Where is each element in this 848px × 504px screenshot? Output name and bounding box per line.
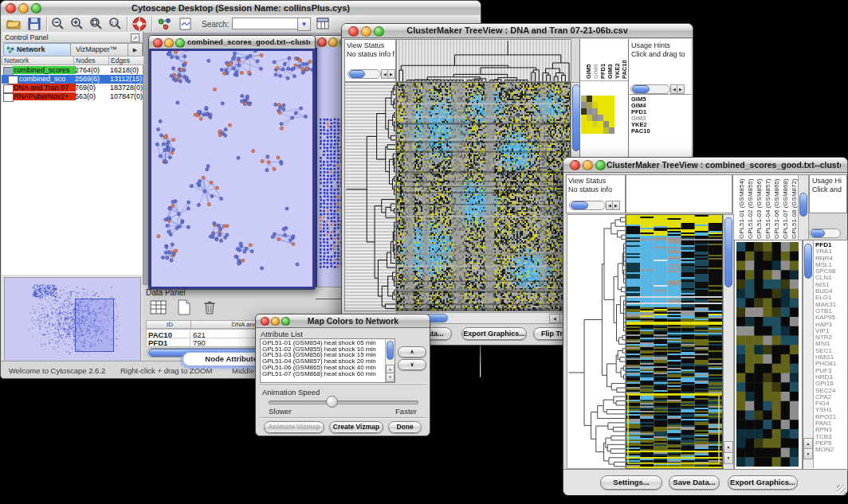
matrix-cell[interactable] <box>592 108 598 115</box>
scroll-right-icon[interactable]: ▶ <box>612 201 620 210</box>
export-graphics-button[interactable]: Export Graphics... <box>728 475 798 490</box>
minimize-icon[interactable] <box>583 160 593 170</box>
hints-scrollbar[interactable] <box>809 229 841 238</box>
float-panel-icon[interactable]: ↗ <box>131 33 139 42</box>
speed-slider-track[interactable] <box>269 400 418 404</box>
close-icon[interactable] <box>6 3 16 14</box>
dialog-titlebar[interactable]: Map Colors to Network <box>256 315 430 328</box>
tab-overflow-button[interactable]: ▶ <box>128 43 143 57</box>
column-label[interactable]: PFD1 <box>599 64 607 79</box>
scroll-right-icon[interactable]: ▶ <box>677 84 685 94</box>
matrix-cell[interactable] <box>603 121 609 127</box>
gene-dendrogram[interactable] <box>567 214 626 469</box>
matrix-cell[interactable] <box>581 127 587 134</box>
move-down-button[interactable]: ∨ <box>398 359 426 370</box>
zoom-selected-icon[interactable] <box>88 17 104 31</box>
matrix-cell[interactable] <box>609 96 614 102</box>
column-label[interactable]: GPL51-06 (GSM865) <box>773 178 780 239</box>
save-data-button[interactable]: Save Data... <box>669 475 720 490</box>
minimize-icon[interactable] <box>328 37 338 47</box>
gene-dendrogram[interactable] <box>344 82 396 311</box>
zoom-in-icon[interactable] <box>69 17 85 31</box>
matrix-cell[interactable] <box>598 108 603 115</box>
network-overview-panel[interactable] <box>4 277 141 361</box>
network-row[interactable]: RNAPuberNov2+ 563(0) 107847(0) <box>2 92 143 101</box>
gene-label[interactable]: MON2 <box>815 447 846 453</box>
matrix-cell[interactable] <box>592 96 598 102</box>
col-header-edges[interactable]: Edges <box>108 56 144 65</box>
matrix-cell[interactable] <box>609 115 614 121</box>
search-dropdown-icon[interactable]: ▼ <box>297 18 311 31</box>
matrix-cell[interactable] <box>598 115 603 121</box>
col-header-nodes[interactable]: Nodes <box>73 56 110 65</box>
column-label[interactable]: GPL51-08 (GSM872) <box>791 178 798 239</box>
tab-network[interactable]: Network <box>3 43 72 57</box>
matrix-cell[interactable] <box>609 127 614 134</box>
zoom-window-icon[interactable] <box>175 38 185 48</box>
matrix-cell[interactable] <box>603 127 609 134</box>
matrix-cell[interactable] <box>581 102 587 108</box>
scrollbar-thumb[interactable] <box>632 85 650 93</box>
scrollbar-thumb[interactable] <box>349 70 365 78</box>
minimize-icon[interactable] <box>271 317 280 326</box>
export-graphics-button[interactable]: Export Graphics... <box>461 327 527 340</box>
scrollbar-thumb[interactable] <box>571 201 588 209</box>
tab-vizmapper[interactable]: VizMapper™ <box>70 43 129 57</box>
matrix-cell[interactable] <box>592 121 598 127</box>
zoom-window-icon[interactable] <box>31 3 41 14</box>
table-icon[interactable] <box>149 299 168 319</box>
scroll-right-icon[interactable]: ▶ <box>387 69 395 79</box>
matrix-cell[interactable] <box>609 121 614 127</box>
treeview1-titlebar[interactable]: ClusterMaker TreeView : DNA and Tran 07-… <box>342 24 693 38</box>
hints-scrollbar[interactable] <box>630 84 670 94</box>
settings-button[interactable]: Settings... <box>600 475 662 490</box>
expression-heatmap[interactable] <box>626 214 723 469</box>
similarity-matrix[interactable] <box>581 96 614 134</box>
column-label[interactable]: GPL51-01 (GSM854) <box>738 178 745 239</box>
matrix-cell[interactable] <box>592 127 598 134</box>
matrix-cell[interactable] <box>581 115 587 121</box>
close-icon[interactable] <box>153 38 163 48</box>
zoom-window-icon[interactable] <box>281 317 290 326</box>
scrollbar-thumb[interactable] <box>799 193 807 217</box>
network-row[interactable]: combined_scores 2764(0) 16218(0) <box>2 66 143 75</box>
matrix-cell[interactable] <box>603 108 609 115</box>
expression-heatmap[interactable] <box>396 82 571 311</box>
matrix-cell[interactable] <box>603 96 609 102</box>
matrix-cell[interactable] <box>609 108 614 115</box>
animate-vizmap-button[interactable]: Animate Vizmap <box>264 421 324 433</box>
matrix-cell[interactable] <box>598 96 603 102</box>
scroll-up-icon[interactable]: ▲ <box>724 441 733 453</box>
scroll-down-icon[interactable]: ▼ <box>724 452 733 464</box>
scroll-left-icon[interactable]: ◀ <box>549 314 560 323</box>
network-row[interactable]: DNA and Tran 07 769(0) 183728(0) <box>2 84 143 92</box>
cell-id[interactable]: PFD1 <box>148 338 167 347</box>
annotation-icon[interactable] <box>178 17 194 31</box>
column-label[interactable]: GIM5 <box>585 64 592 79</box>
matrix-cell[interactable] <box>598 102 603 108</box>
treeview2-titlebar[interactable]: ClusterMaker TreeView : combined_scores_… <box>563 158 847 173</box>
matrix-cell[interactable] <box>587 121 592 127</box>
column-label[interactable]: YKE2 <box>614 63 621 79</box>
matrix-cell[interactable] <box>587 102 592 108</box>
scroll-up-icon[interactable]: ▲ <box>803 438 813 449</box>
column-label[interactable]: GPL51-02 (GSM855) <box>747 178 754 239</box>
speed-slider-thumb[interactable] <box>326 396 338 408</box>
close-icon[interactable] <box>348 26 359 37</box>
column-label[interactable]: GIM4 <box>592 64 599 79</box>
col-header-network[interactable]: Network <box>2 56 75 65</box>
zoom-window-icon[interactable] <box>374 26 384 37</box>
cell-value[interactable]: 790 <box>193 338 206 347</box>
matrix-cell[interactable] <box>581 121 587 127</box>
scroll-down-icon[interactable]: ▼ <box>803 448 813 459</box>
matrix-cell[interactable] <box>598 121 603 127</box>
data-col-id[interactable]: ID <box>146 320 192 329</box>
minimize-icon[interactable] <box>18 3 29 14</box>
attribute-list-item[interactable]: GPL51-07 (GSM868) heat shock 60 min <box>261 371 383 377</box>
scroll-down-icon[interactable]: ▼ <box>386 373 395 382</box>
matrix-cell[interactable] <box>581 108 587 115</box>
open-file-icon[interactable] <box>6 17 22 31</box>
close-icon[interactable] <box>261 317 269 326</box>
new-attribute-icon[interactable] <box>175 299 194 319</box>
matrix-cell[interactable] <box>587 108 592 115</box>
